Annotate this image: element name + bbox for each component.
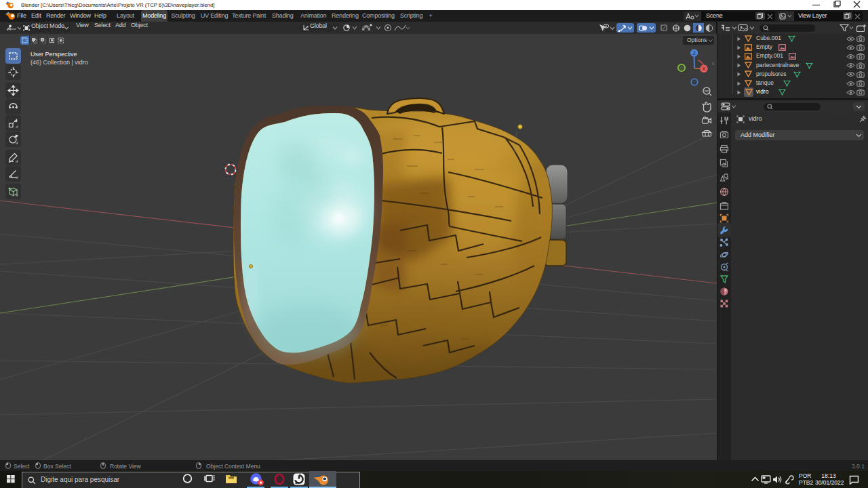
svg-text:X: X (702, 66, 706, 72)
svg-text:Z: Z (692, 50, 696, 56)
